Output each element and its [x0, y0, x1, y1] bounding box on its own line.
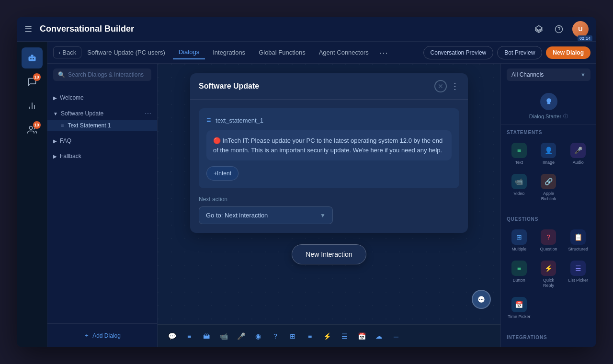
sidebar-item-bot[interactable] [22, 47, 43, 68]
dialog-more-button[interactable]: ⋮ [451, 81, 459, 91]
new-interaction-button[interactable]: New Interaction [292, 244, 366, 264]
panel-item-list-picker[interactable]: ☰ List Picker [565, 258, 591, 291]
dialog-starter-area: Dialog Starter ⓘ [501, 86, 596, 125]
dialog-close-button[interactable]: ✕ [434, 80, 447, 92]
tree-section-software-update: ▼ Software Update ⋯ ≡ Text Statement 1 [47, 105, 157, 133]
breadcrumb-title[interactable]: Software Update (PC users) [87, 49, 165, 56]
users-badge: 10 [33, 121, 41, 129]
panel-item-apple-pay[interactable]: 💳 Apple Pay [535, 345, 562, 347]
toolbar-chat-icon[interactable]: 💬 [165, 330, 179, 343]
panel-item-question[interactable]: ? Question [535, 227, 562, 255]
panel-item-text[interactable]: ≡ Text [506, 140, 533, 168]
left-sidebar: 10 10 [17, 42, 47, 347]
tree-header-welcome[interactable]: ▶ Welcome [47, 92, 157, 103]
questions-section-title: QUESTIONS [501, 212, 596, 225]
dialog-starter-icon [540, 93, 557, 110]
toolbar-reply-icon[interactable]: ⚡ [320, 330, 334, 343]
right-panel: All Channels ▼ Dialog Starter ⓘ [500, 64, 596, 347]
conversation-preview-button[interactable]: Conversation Preview [423, 46, 494, 59]
tab-more-icon[interactable]: ⋯ [376, 47, 391, 58]
hamburger-menu-icon[interactable]: ☰ [24, 24, 32, 34]
toolbar-lines-icon[interactable]: ═ [389, 330, 403, 343]
sidebar-item-analytics[interactable] [22, 95, 43, 116]
toolbar-picker-icon[interactable]: ☰ [338, 330, 351, 343]
integrations-section-title: INTEGRATIONS [501, 330, 596, 343]
tree-header-fallback[interactable]: ▶ Fallback [47, 150, 157, 162]
text-type-icon: ≡ [511, 143, 527, 158]
panel-item-quick-reply[interactable]: ⚡ Quick Reply [535, 258, 562, 291]
tab-bar-actions: Conversation Preview Bot Preview New Dia… [423, 46, 590, 59]
user-avatar[interactable]: U 02:14 [572, 21, 589, 37]
panel-item-time-picker[interactable]: 📅 Time Picker [506, 294, 533, 322]
help-icon[interactable] [552, 23, 566, 36]
toolbar-question-icon[interactable]: ? [269, 330, 282, 343]
quick-reply-label: Quick Reply [537, 278, 560, 288]
structured-type-icon: 📋 [570, 229, 586, 245]
floating-action-button[interactable] [472, 290, 491, 309]
new-dialog-button[interactable]: New Dialog [546, 46, 590, 59]
search-input[interactable] [68, 71, 147, 78]
apple-richlink-label: Apple Richlink [537, 191, 560, 202]
question-type-icon: ? [541, 229, 556, 245]
multiple-type-icon: ⊞ [511, 229, 527, 245]
tree-section-fallback: ▶ Fallback [47, 148, 157, 164]
multiple-type-label: Multiple [511, 247, 526, 252]
tree-item-more-icon[interactable]: ⋯ [145, 110, 151, 117]
dialog-starter-info-icon: ⓘ [563, 113, 568, 120]
dialog-card-body: ≡ text_statement_1 🔴 InTech IT: Please u… [190, 100, 468, 233]
button-type-icon: ≡ [511, 261, 527, 276]
tree-arrow-welcome: ▶ [53, 95, 57, 101]
toolbar-text-icon[interactable]: ≡ [182, 330, 196, 343]
new-interaction-container: New Interaction [292, 244, 366, 264]
tab-dialogs[interactable]: Dialogs [173, 46, 205, 59]
toolbar-circle-icon[interactable]: ◉ [251, 330, 265, 343]
layers-icon[interactable] [532, 23, 545, 36]
image-type-icon: 👤 [541, 143, 556, 158]
intent-button[interactable]: +Intent [206, 166, 238, 181]
text-statement-type-icon: ≡ [206, 116, 211, 125]
tree-header-faq[interactable]: ▶ FAQ [47, 135, 157, 147]
dialog-card: Software Update ✕ ⋮ ≡ text_s [190, 73, 468, 233]
tree-arrow-faq: ▶ [53, 138, 57, 144]
add-dialog-button[interactable]: ＋ Add Dialog [53, 329, 151, 342]
panel-item-structured[interactable]: 📋 Structured [565, 227, 591, 255]
tree-arrow-fallback: ▶ [53, 154, 57, 159]
tree-item-text-statement-1[interactable]: ≡ Text Statement 1 [47, 120, 157, 131]
toolbar-calendar-icon[interactable]: 📅 [355, 330, 368, 343]
panel-item-video[interactable]: 📹 Video [506, 171, 533, 205]
dialog-card-actions: ✕ ⋮ [434, 80, 459, 92]
toolbar-list-icon[interactable]: ≡ [303, 330, 317, 343]
question-type-label: Question [540, 247, 557, 252]
panel-item-image[interactable]: 👤 Image [535, 140, 562, 168]
tab-bar: ‹ Back Software Update (PC users) Dialog… [47, 42, 596, 64]
sidebar-item-chat[interactable]: 10 [22, 71, 43, 92]
svg-point-10 [29, 126, 33, 130]
svg-point-5 [30, 58, 32, 59]
panel-item-button[interactable]: ≡ Button [506, 258, 533, 291]
panel-item-audio[interactable]: 🎤 Audio [565, 140, 591, 168]
sidebar-item-users[interactable]: 10 [22, 119, 43, 140]
panel-item-multiple[interactable]: ⊞ Multiple [506, 227, 533, 255]
toolbar-image-icon[interactable]: 🏔 [200, 330, 213, 343]
toolbar-video-icon[interactable]: 📹 [217, 330, 230, 343]
tree-header-software-update[interactable]: ▼ Software Update ⋯ [47, 107, 157, 120]
channel-select[interactable]: All Channels ▼ [507, 68, 590, 81]
plus-icon: ＋ [84, 331, 90, 340]
tab-integrations[interactable]: Integrations [207, 46, 251, 59]
panel-item-apple-richlink[interactable]: 🔗 Apple Richlink [535, 171, 562, 205]
back-button[interactable]: ‹ Back [53, 46, 81, 58]
toolbar-audio-icon[interactable]: 🎤 [234, 330, 248, 343]
bot-preview-button[interactable]: Bot Preview [497, 46, 542, 59]
tab-global-functions[interactable]: Global Functions [253, 46, 311, 59]
toolbar-grid-icon[interactable]: ⊞ [286, 330, 299, 343]
panel-item-file-upload[interactable]: ⬆ File Upload [565, 345, 591, 347]
tab-agent-connectors[interactable]: Agent Connectors [313, 46, 375, 59]
select-arrow-icon: ▼ [320, 212, 326, 219]
text-type-label: Text [515, 160, 523, 165]
questions-grid: ⊞ Multiple ? Question 📋 Structured ≡ [501, 225, 596, 324]
channel-value: All Channels [511, 71, 544, 78]
toolbar-cloud-icon[interactable]: ☁ [372, 330, 386, 343]
panel-item-integration[interactable]: ☁ Integration [506, 345, 533, 347]
next-action-select[interactable]: Go to: Next interaction ▼ [199, 206, 333, 224]
text-statement-icon: ≡ [61, 123, 64, 128]
